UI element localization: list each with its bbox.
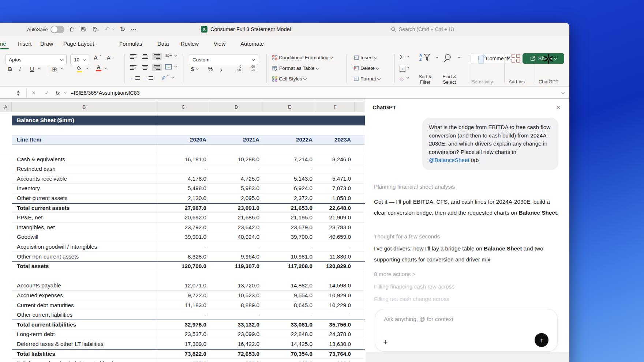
font-name-combo[interactable]: Aptos xyxy=(5,54,67,65)
font-size-combo[interactable]: 10 xyxy=(70,54,89,65)
find-select-button[interactable] xyxy=(443,53,453,63)
sheet-row-item[interactable]: Other current assets2,130.02,095.02,372.… xyxy=(0,193,365,203)
col-header-d[interactable]: D xyxy=(210,102,263,112)
sheet-row-item[interactable]: Inventory5,498.05,983.06,924.07,073.0 xyxy=(0,184,365,193)
titlebar-search[interactable]: Search (Cmd + Ctrl + U) xyxy=(391,23,454,36)
cell-value[interactable]: 17,309.0 xyxy=(157,341,206,347)
sheet-row-total[interactable]: Total current assets27,987.023,091.021,6… xyxy=(0,203,365,213)
cell-value[interactable]: 120,700.0 xyxy=(157,263,206,269)
cell-value[interactable]: 8,246.0 xyxy=(316,156,351,163)
find-select-chevron-icon[interactable] xyxy=(458,57,460,58)
cell-value[interactable]: 40,924.0 xyxy=(210,234,259,240)
doc-title-chevron-icon[interactable] xyxy=(288,23,291,36)
cell-value[interactable]: 7,073.0 xyxy=(316,185,351,192)
sheet-row-item[interactable]: Accounts receivable4,178.04,725.05,143.0… xyxy=(0,174,365,184)
wrap-text-button[interactable]: ab↩ xyxy=(165,53,173,57)
increase-indent-button[interactable]: → xyxy=(143,76,153,80)
cell-value[interactable]: 13,720.0 xyxy=(210,282,259,289)
cell-value[interactable]: 14,882.0 xyxy=(263,282,312,289)
cell-value[interactable]: 33,132.0 xyxy=(210,321,259,328)
col-header-e[interactable]: E xyxy=(263,102,316,112)
decrease-decimal-button[interactable]: .00→0 xyxy=(250,65,255,72)
cell-styles-button[interactable]: Cell Styles xyxy=(272,76,306,82)
cell-value[interactable]: 23,537.0 xyxy=(157,331,206,338)
cell-value[interactable]: 21,686.0 xyxy=(210,214,259,221)
more-commands-icon[interactable]: ⋯ xyxy=(130,23,136,36)
insert-function-icon[interactable]: fx xyxy=(56,87,60,99)
cell-value[interactable]: - xyxy=(316,312,351,318)
cell-value[interactable]: 12,071.0 xyxy=(157,282,206,289)
cell-value[interactable]: 10,523.0 xyxy=(210,292,259,299)
cell-value[interactable]: 23,642.0 xyxy=(210,224,259,231)
cancel-icon[interactable]: ✕ xyxy=(31,87,36,99)
col-header-b[interactable]: B xyxy=(12,102,157,112)
sheet-row-item[interactable]: Accounts payable12,071.013,720.014,882.0… xyxy=(0,281,365,291)
cell-value[interactable]: 14,598.0 xyxy=(316,282,351,289)
decrease-font-button[interactable]: A⌄ xyxy=(107,55,115,61)
attach-plus-icon[interactable]: + xyxy=(383,338,388,347)
font-color-button[interactable]: A xyxy=(96,65,101,71)
fx-chevron-icon[interactable] xyxy=(64,87,66,99)
cell-value[interactable]: 33,081.0 xyxy=(263,321,312,328)
chatgpt-addin-button[interactable] xyxy=(543,53,554,64)
cell-value[interactable]: 6,924.0 xyxy=(263,185,312,192)
number-format-combo[interactable]: Custom xyxy=(189,54,258,65)
orientation-button[interactable]: ab→ xyxy=(161,73,169,80)
sheet-row-rule[interactable] xyxy=(0,145,365,155)
cell-value[interactable]: 8,645.0 xyxy=(263,302,312,309)
col-header-g-clipped[interactable] xyxy=(355,102,365,112)
cell-value[interactable]: 39,700.0 xyxy=(263,234,312,240)
align-top-button[interactable] xyxy=(130,54,136,59)
chat-input[interactable]: Ask anything, @ for context xyxy=(384,316,453,323)
cell-value[interactable]: 23,792.0 xyxy=(157,224,206,231)
sort-filter-button[interactable]: AZ xyxy=(419,53,431,61)
cell-value[interactable]: - xyxy=(263,244,312,250)
cell-value[interactable]: 4,725.0 xyxy=(210,176,259,182)
cell-value[interactable]: 2,130.0 xyxy=(157,195,206,201)
autosum-button[interactable]: Σ xyxy=(400,54,403,61)
cell-value[interactable]: 16,422.0 xyxy=(210,341,259,347)
fill-color-chevron-icon[interactable] xyxy=(86,68,88,69)
sheet-row-total[interactable]: Total current liabilities32,976.033,132.… xyxy=(0,320,365,329)
borders-chevron-icon[interactable] xyxy=(61,68,63,69)
addins-button[interactable] xyxy=(512,54,520,63)
cell-value[interactable]: 32,976.0 xyxy=(157,321,206,328)
fill-down-button[interactable]: ↓ xyxy=(400,66,405,72)
sheet-row-title[interactable]: Balance Sheet ($mm) xyxy=(0,116,365,125)
increase-font-button[interactable]: A⌃ xyxy=(94,55,102,61)
chat-close-icon[interactable]: ✕ xyxy=(556,104,561,111)
sheet-row-item[interactable]: Other current liabilities---- xyxy=(0,310,365,320)
sheet-row-item[interactable]: Deferred taxes & other LT liabilities17,… xyxy=(0,339,365,349)
fill-chevron-icon[interactable] xyxy=(407,67,409,68)
cell-value[interactable]: 16,181.0 xyxy=(157,156,206,163)
col-header-f[interactable]: F xyxy=(316,102,355,112)
cell-value[interactable]: - xyxy=(316,244,351,250)
fill-color-button[interactable] xyxy=(77,65,82,72)
comma-button[interactable]: , xyxy=(220,64,222,72)
col-header-c[interactable]: C xyxy=(157,102,210,112)
cell-value[interactable]: 912.0 xyxy=(316,360,351,362)
tab-automate[interactable]: Automate xyxy=(240,36,264,51)
cell-value[interactable]: 21,909.0 xyxy=(316,214,351,221)
cell-value[interactable]: - xyxy=(157,312,206,318)
cell-value[interactable]: 10,288.0 xyxy=(210,156,259,163)
enter-check-icon[interactable]: ✓ xyxy=(45,87,49,99)
save-as-icon[interactable] xyxy=(92,23,98,36)
tab-review[interactable]: Review xyxy=(181,36,199,51)
currency-chevron-icon[interactable] xyxy=(197,69,199,69)
cell-value[interactable]: 120,829.0 xyxy=(316,263,351,269)
sort-filter-chevron-icon[interactable] xyxy=(436,57,438,58)
clear-button[interactable]: ◇ xyxy=(400,76,404,82)
insert-cells-button[interactable]: Insert xyxy=(353,55,377,60)
cell-value[interactable]: 73,822.0 xyxy=(157,351,206,357)
cell-value[interactable]: 22,848.0 xyxy=(263,331,312,338)
cell-value[interactable]: 978.0 xyxy=(210,360,259,362)
document-title[interactable]: Consumer Full 3 Statement Model xyxy=(210,23,291,36)
sheet-row-total[interactable]: Total liabilities73,822.072,653.070,354.… xyxy=(0,349,365,359)
balancesheet-mention[interactable]: @BalanceSheet xyxy=(429,157,469,163)
cell-value[interactable]: - xyxy=(210,244,259,250)
sheet-row-item[interactable]: Cash & equivalents16,181.010,288.07,214.… xyxy=(0,154,365,164)
cell-value[interactable]: 27,987.0 xyxy=(157,205,206,211)
more-actions-link[interactable]: 8 more actions > xyxy=(374,271,416,278)
sheet-row-item[interactable]: Goodwill39,901.040,924.039,700.040,659.0 xyxy=(0,232,365,242)
